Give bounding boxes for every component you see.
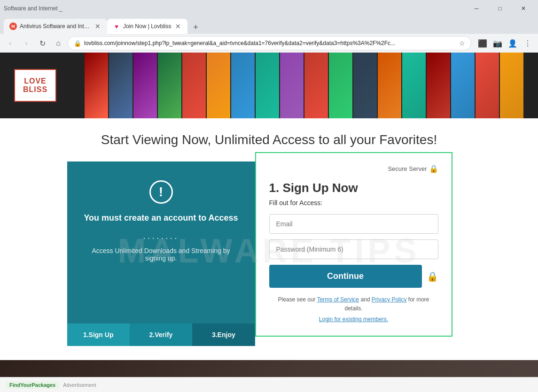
book-cover-5 <box>182 53 206 118</box>
step-signup[interactable]: 1.Sign Up <box>67 323 130 346</box>
app-title: Software and Internet _ <box>4 5 62 12</box>
steps-bar: 1.Sign Up 2.Verify 3.Enjoy <box>67 323 255 346</box>
window-controls: ─ □ ✕ <box>466 1 534 16</box>
signup-layout: ! You must create an account to Access .… <box>67 161 471 346</box>
tab2-close[interactable]: ✕ <box>174 22 182 31</box>
book-cover-11 <box>329 53 352 118</box>
terms-link[interactable]: Terms of Service <box>317 296 359 303</box>
url-text: lovbliss.com/joinnow/step1.php?lp_tweak=… <box>84 40 456 46</box>
book-cover-18 <box>500 53 523 118</box>
continue-lock-icon: 🔒 <box>427 271 438 282</box>
secure-lock-icon: 🔒 <box>429 164 438 173</box>
extensions-icon[interactable]: ⬛ <box>476 37 489 50</box>
main-area: Start Viewing Now, Unlimited Access to a… <box>0 118 538 360</box>
page-content: LOVE BLISS Start Viewing Now, Unlimited <box>0 53 538 392</box>
password-input[interactable] <box>269 239 438 259</box>
lock-icon: 🔒 <box>74 40 81 47</box>
book-cover-3 <box>133 53 157 118</box>
menu-icon[interactable]: ⋮ <box>521 37 534 50</box>
signup-title: 1. Sign Up Now <box>269 181 438 195</box>
tabs-bar: M Antivirus Software and Internet S ✕ ♥ … <box>0 17 538 34</box>
and-text: and <box>360 296 370 303</box>
camera-icon[interactable]: 📷 <box>491 37 504 50</box>
maximize-button[interactable]: □ <box>489 1 511 16</box>
book-covers-strip <box>0 53 523 118</box>
reload-button[interactable]: ↻ <box>36 37 49 50</box>
tab2-favicon: ♥ <box>113 23 120 30</box>
email-input[interactable] <box>269 214 438 234</box>
bookmark-icon[interactable]: ☆ <box>459 39 465 47</box>
info-dots: ........ <box>143 231 179 241</box>
book-cover-2 <box>109 53 133 118</box>
book-cover-12 <box>353 53 377 118</box>
logo-bliss: BLISS <box>23 85 47 94</box>
book-cover-14 <box>402 53 426 118</box>
heart-icon: ♥ <box>115 23 118 30</box>
main-heading: Start Viewing Now, Unlimited Access to a… <box>101 132 437 147</box>
book-cover-4 <box>158 53 181 118</box>
tab2-title: Join Now | Lovbliss <box>123 23 172 30</box>
privacy-link[interactable]: Privacy Policy <box>372 296 407 303</box>
tab1-close[interactable]: ✕ <box>94 22 101 31</box>
book-cover-10 <box>304 53 328 118</box>
book-cover-17 <box>476 53 499 118</box>
info-title: You must create an account to Access <box>84 213 238 223</box>
footer-text: Please see our <box>278 296 316 303</box>
tab1-title: Antivirus Software and Internet S <box>20 23 91 30</box>
info-subtitle: Access Unlimited Downloads and Streaming… <box>81 247 241 262</box>
book-cover-6 <box>207 53 230 118</box>
minimize-button[interactable]: ─ <box>466 1 487 16</box>
muon-shield-icon: M <box>9 23 17 30</box>
tab-antivirus[interactable]: M Antivirus Software and Internet S ✕ <box>4 19 107 34</box>
footer-logo: FindYourPackages <box>6 381 59 389</box>
login-link[interactable]: Login for existing members. <box>319 316 388 323</box>
continue-button[interactable]: Continue <box>269 265 422 288</box>
step-enjoy[interactable]: 3.Enjoy <box>192 323 255 346</box>
url-bar[interactable]: 🔒 lovbliss.com/joinnow/step1.php?lp_twea… <box>68 36 471 50</box>
fill-label: Fill out for Access: <box>269 199 438 207</box>
profile-icon[interactable]: 👤 <box>506 37 519 50</box>
form-panel: Secure Server 🔒 1. Sign Up Now Fill out … <box>255 152 452 337</box>
forward-button[interactable]: › <box>20 37 33 50</box>
login-link-row: Login for existing members. <box>269 315 438 324</box>
book-cover-13 <box>378 53 401 118</box>
form-footer: Please see our Terms of Service and Priv… <box>269 295 438 324</box>
info-panel: ! You must create an account to Access .… <box>67 161 255 346</box>
title-bar: Software and Internet _ ─ □ ✕ <box>0 0 538 17</box>
tab1-favicon: M <box>9 23 17 30</box>
tab-lovbliss[interactable]: ♥ Join Now | Lovbliss ✕ <box>107 19 187 34</box>
secure-server-badge: Secure Server 🔒 <box>269 164 438 173</box>
address-bar: ‹ › ↻ ⌂ 🔒 lovbliss.com/joinnow/step1.php… <box>0 34 538 53</box>
logo-love: LOVE <box>24 77 47 85</box>
continue-row: Continue 🔒 <box>269 265 438 288</box>
book-cover-1 <box>85 53 108 118</box>
exclamation-icon: ! <box>149 180 173 204</box>
book-cover-7 <box>231 53 255 118</box>
back-button[interactable]: ‹ <box>4 37 17 50</box>
site-header: LOVE BLISS <box>0 53 538 118</box>
footer-ad-label: Advertisement <box>63 382 96 388</box>
new-tab-button[interactable]: + <box>189 21 203 34</box>
logo-box: LOVE BLISS <box>14 69 56 102</box>
book-cover-9 <box>280 53 304 118</box>
book-cover-15 <box>427 53 450 118</box>
book-cover-8 <box>256 53 279 118</box>
toolbar-icons: ⬛ 📷 👤 ⋮ <box>476 37 534 50</box>
step-verify[interactable]: 2.Verify <box>130 323 192 346</box>
book-cover-16 <box>451 53 475 118</box>
home-button[interactable]: ⌂ <box>52 37 65 50</box>
footer-bar: FindYourPackages Advertisement <box>0 377 538 392</box>
close-button[interactable]: ✕ <box>513 1 534 16</box>
secure-server-text: Secure Server <box>388 165 427 172</box>
info-top: ! You must create an account to Access .… <box>67 161 255 323</box>
